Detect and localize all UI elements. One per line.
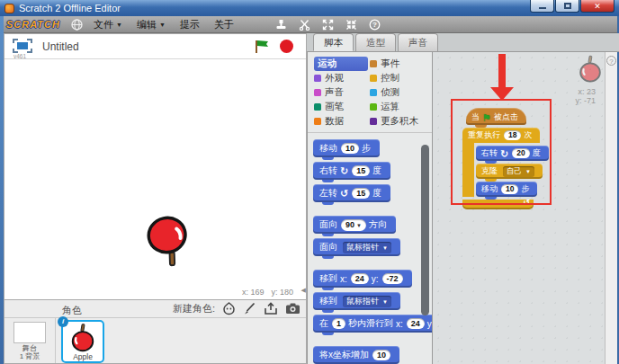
palette-block[interactable]: 在1秒内滑行到x:24y:-72: [313, 315, 432, 333]
category-画笔[interactable]: 画笔: [314, 100, 370, 114]
sprites-header: 角色: [62, 304, 82, 317]
new-sprite-library-icon[interactable]: [222, 302, 236, 315]
category-color-swatch: [314, 118, 321, 125]
category-数据[interactable]: 数据: [314, 114, 370, 129]
delete-icon[interactable]: [299, 19, 310, 31]
help-icon[interactable]: ?: [606, 56, 616, 66]
category-外观[interactable]: 外观: [314, 71, 370, 85]
palette-scrollbar[interactable]: [421, 145, 429, 315]
sprite-info-badge[interactable]: i: [58, 316, 68, 327]
palette-block[interactable]: 左转↺15度: [313, 184, 390, 202]
block-label: 在: [319, 317, 328, 330]
menu-item-编辑[interactable]: 编辑▼: [137, 18, 166, 31]
number-input[interactable]: 24: [351, 273, 369, 284]
category-label: 更多积木: [381, 115, 418, 128]
duplicate-icon[interactable]: [275, 19, 287, 31]
shrink-icon[interactable]: [345, 19, 357, 31]
dropdown-input[interactable]: 鼠标指针▼: [343, 296, 391, 307]
category-color-swatch: [370, 118, 377, 125]
stage-panel: v461 Untitled x: 169y: 180 ◀: [4, 33, 307, 300]
scratch-logo: SCRATCH: [6, 19, 60, 30]
new-sprite-upload-icon[interactable]: [264, 302, 278, 315]
category-更多积木[interactable]: 更多积木: [370, 114, 426, 129]
green-flag-button[interactable]: [254, 39, 270, 58]
block-label: x:: [396, 319, 403, 329]
ccw-icon: ↺: [340, 189, 348, 198]
tab-声音[interactable]: 声音: [398, 33, 438, 51]
dropdown-input[interactable]: 鼠标指针▼: [343, 242, 391, 253]
grow-icon[interactable]: [322, 19, 334, 31]
category-color-swatch: [314, 75, 321, 82]
language-globe-icon[interactable]: [71, 19, 83, 31]
category-color-swatch: [314, 89, 321, 96]
number-input[interactable]: 10: [341, 143, 359, 154]
new-sprite-paint-icon[interactable]: [243, 302, 256, 315]
category-label: 画笔: [325, 101, 344, 113]
sprite-thumbnail-apple[interactable]: i Apple: [61, 320, 104, 363]
minimize-icon: [539, 7, 546, 9]
chevron-down-icon: ▼: [382, 299, 388, 305]
palette-block[interactable]: 移到鼠标指针▼: [313, 292, 400, 310]
category-color-swatch: [370, 60, 377, 67]
title-bar[interactable]: Scratch 2 Offline Editor ✕: [0, 0, 619, 16]
block-label: x:: [340, 274, 347, 284]
category-运算[interactable]: 运算: [370, 100, 426, 114]
number-input[interactable]: 15: [352, 165, 370, 176]
category-label: 控制: [381, 72, 399, 84]
palette-block[interactable]: 将x坐标增加10: [313, 346, 399, 364]
category-事件[interactable]: 事件: [370, 57, 426, 71]
menu-item-关于[interactable]: 关于: [214, 18, 234, 31]
new-sprite-camera-icon[interactable]: [285, 302, 301, 315]
new-sprite-label: 新建角色:: [173, 302, 215, 315]
palette-block[interactable]: 移动10步: [313, 139, 380, 157]
tab-脚本[interactable]: 脚本: [313, 33, 354, 51]
window-title: Scratch 2 Offline Editor: [19, 3, 121, 13]
category-label: 声音: [325, 86, 344, 99]
minimize-button[interactable]: [530, 0, 554, 13]
chevron-down-icon: ▼: [116, 22, 122, 28]
number-input[interactable]: 10: [372, 350, 390, 360]
cw-icon: ↻: [340, 166, 348, 175]
stage-canvas[interactable]: [4, 59, 306, 287]
menu-item-提示[interactable]: 提示: [180, 18, 200, 31]
close-button[interactable]: ✕: [580, 0, 615, 13]
category-声音[interactable]: 声音: [314, 85, 370, 100]
block-label: 方向: [369, 218, 387, 231]
menu-item-label: 关于: [214, 18, 234, 31]
chevron-down-icon: ▼: [382, 245, 388, 251]
category-侦测[interactable]: 侦测: [370, 85, 426, 100]
number-input[interactable]: -72: [382, 273, 403, 284]
category-color-swatch: [370, 89, 377, 96]
category-运动[interactable]: 运动: [314, 57, 368, 71]
sprite-watermark-apple: [578, 55, 603, 84]
stage-thumbnail[interactable]: [13, 322, 46, 343]
stage-thumbnail-area[interactable]: 舞台 1 背景: [4, 318, 56, 363]
number-input[interactable]: 1: [332, 318, 345, 329]
block-label: 移动: [319, 142, 337, 155]
menu-item-文件[interactable]: 文件▼: [94, 18, 122, 31]
category-控制[interactable]: 控制: [370, 71, 426, 85]
project-name: Untitled: [42, 40, 79, 53]
category-label: 事件: [381, 58, 399, 70]
category-label: 外观: [325, 72, 344, 84]
scripts-area[interactable]: x: 23 y: -71 当⚑被点击重复执行18次右转↻20度克隆自己▼移动10…: [432, 52, 605, 364]
palette-block[interactable]: 面向90▼方向: [313, 216, 396, 234]
chevron-down-icon: ▼: [159, 22, 166, 28]
number-input[interactable]: 24: [407, 318, 425, 329]
apple-sprite-on-stage[interactable]: [139, 210, 199, 271]
number-dropdown-input[interactable]: 90▼: [341, 219, 366, 231]
palette-block[interactable]: 右转↻15度: [313, 162, 390, 180]
block-help-icon[interactable]: ?: [369, 19, 381, 31]
maximize-button[interactable]: [555, 0, 579, 13]
number-input[interactable]: 15: [352, 188, 370, 199]
category-color-swatch: [370, 75, 377, 82]
block-label: 步: [362, 142, 371, 155]
palette-block[interactable]: 面向鼠标指针▼: [313, 238, 400, 256]
stop-button[interactable]: [280, 40, 293, 53]
palette-block[interactable]: 移到x:24y:-72: [313, 270, 412, 288]
menu-item-label: 编辑: [137, 18, 157, 31]
help-flap[interactable]: ?: [605, 52, 617, 364]
collapse-stage-icon[interactable]: ◀: [301, 287, 306, 294]
tab-造型[interactable]: 造型: [355, 33, 396, 51]
sprite-position-readout: x: 23 y: -71: [575, 87, 596, 105]
